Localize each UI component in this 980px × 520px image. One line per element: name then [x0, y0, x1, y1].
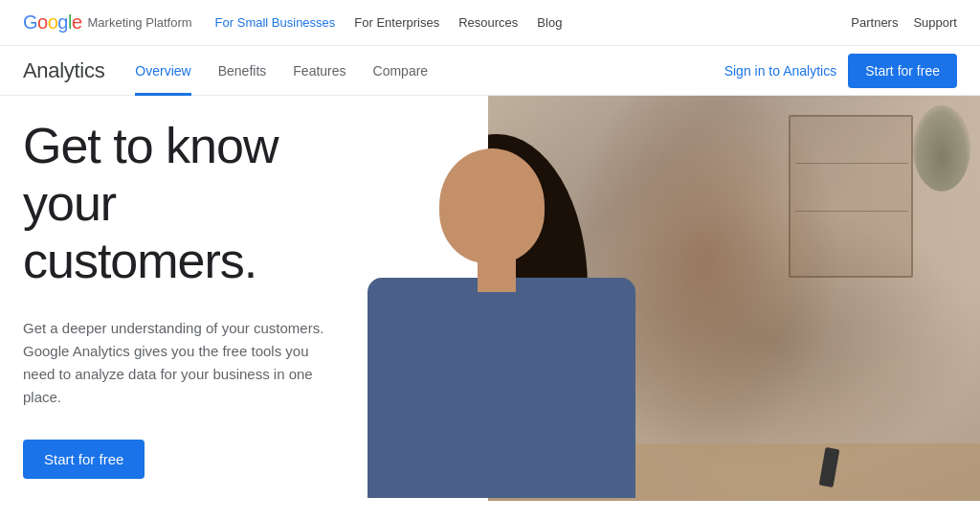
tab-benefits[interactable]: Benefits [218, 46, 267, 96]
second-nav: Analytics Overview Benefits Features Com… [0, 46, 980, 96]
nav-link-partners[interactable]: Partners [851, 15, 898, 30]
g-letter-e: e [72, 11, 82, 33]
top-nav: Google Marketing Platform For Small Busi… [0, 0, 980, 46]
g-letter-o1: o [37, 11, 48, 33]
person-jacket [368, 278, 635, 498]
hero-heading-line3: customers. [23, 233, 256, 288]
hero-section: Get to know your customers. Get a deeper… [0, 96, 980, 501]
person-face [439, 148, 545, 263]
plant-shape [913, 105, 970, 192]
nav-link-support[interactable]: Support [913, 15, 957, 30]
g-letter-g2: g [57, 11, 68, 33]
hero-heading-line1: Get to know [23, 118, 278, 173]
google-wordmark: Google [23, 11, 82, 34]
start-free-button-hero[interactable]: Start for free [23, 440, 145, 479]
nav-link-resources[interactable]: Resources [458, 15, 518, 30]
nav-link-small-businesses[interactable]: For Small Businesses [215, 15, 336, 30]
hero-subtext: Get a deeper understanding of your custo… [23, 317, 329, 409]
plant-decoration [884, 96, 980, 211]
person-neck [478, 254, 516, 292]
analytics-brand: Analytics [23, 58, 104, 83]
sign-in-link[interactable]: Sign in to Analytics [724, 63, 837, 79]
tab-overview[interactable]: Overview [135, 46, 190, 96]
top-nav-left: Google Marketing Platform For Small Busi… [23, 11, 562, 34]
platform-text: Marketing Platform [88, 15, 192, 30]
tab-compare[interactable]: Compare [373, 46, 429, 96]
nav-link-enterprises[interactable]: For Enterprises [354, 15, 439, 30]
g-letter-o2: o [48, 11, 58, 33]
g-letter-g: G [23, 11, 37, 33]
second-nav-right: Sign in to Analytics Start for free [724, 54, 957, 88]
tab-features[interactable]: Features [293, 46, 345, 96]
top-nav-right: Partners Support [851, 15, 957, 30]
start-free-button-nav[interactable]: Start for free [848, 54, 957, 88]
shelf-divider-2 [795, 211, 908, 212]
second-nav-left: Analytics Overview Benefits Features Com… [23, 46, 428, 96]
hero-heading-line2: your [23, 175, 116, 231]
nav-link-blog[interactable]: Blog [537, 15, 562, 30]
second-nav-links: Overview Benefits Features Compare [135, 46, 428, 96]
google-logo: Google Marketing Platform [23, 11, 192, 34]
hero-heading: Get to know your customers. [23, 118, 431, 289]
top-nav-links: For Small Businesses For Enterprises Res… [215, 15, 563, 30]
